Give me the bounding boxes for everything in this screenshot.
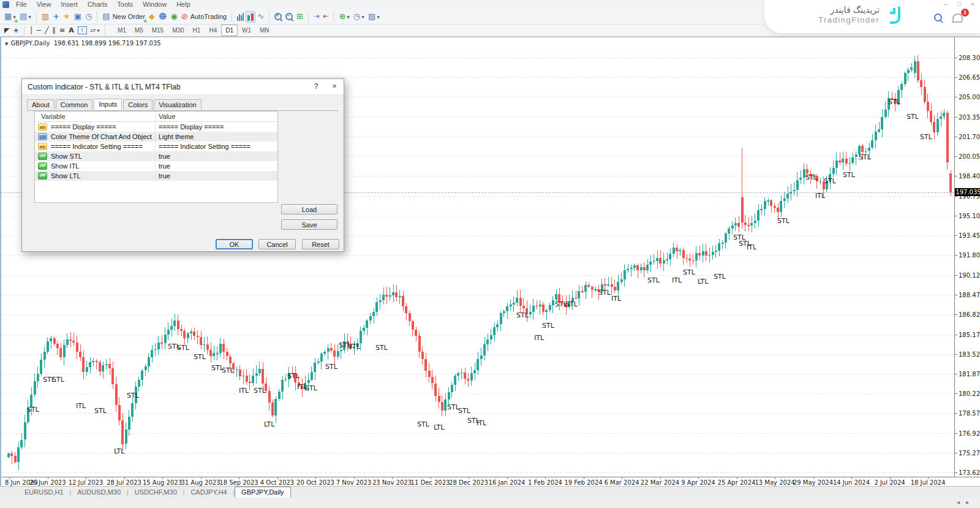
menu-tools[interactable]: Tools bbox=[113, 0, 137, 9]
zoom-out-button[interactable]: − bbox=[284, 11, 295, 23]
candle bbox=[79, 352, 81, 357]
ok-button[interactable]: OK bbox=[216, 239, 253, 249]
candle bbox=[7, 453, 10, 457]
timeframe-M30[interactable]: M30 bbox=[168, 25, 188, 36]
candle bbox=[412, 321, 414, 330]
save-button[interactable]: Save bbox=[281, 219, 337, 230]
tab-scroll-right-icon[interactable]: ▸ bbox=[966, 499, 975, 506]
dialog-close-button[interactable]: × bbox=[325, 79, 344, 94]
dialog-tab-inputs[interactable]: Inputs bbox=[94, 99, 122, 110]
timeframe-M15[interactable]: M15 bbox=[148, 25, 168, 36]
menu-insert[interactable]: Insert bbox=[56, 0, 82, 9]
channel-tool-button[interactable]: ∥ bbox=[51, 25, 58, 36]
experts-button[interactable]: ☻ bbox=[157, 11, 169, 23]
menu-file[interactable]: File bbox=[12, 0, 31, 9]
tab-scroll-arrows[interactable]: ◂▸ bbox=[957, 499, 975, 506]
maximize-button[interactable]: □ bbox=[956, 1, 963, 8]
terminal-button[interactable]: ▣ bbox=[72, 11, 83, 23]
candle bbox=[718, 243, 720, 251]
trendline-tool-button[interactable]: ╱ bbox=[43, 25, 51, 36]
cursor-tool-button[interactable]: ◤ bbox=[2, 25, 11, 36]
param-value[interactable]: true bbox=[156, 171, 277, 181]
timeframe-W1[interactable]: W1 bbox=[238, 25, 255, 36]
new-order-button[interactable]: ▤+New Order bbox=[100, 11, 146, 23]
candle bbox=[385, 295, 388, 297]
candle bbox=[770, 200, 772, 206]
periods-button[interactable]: ◷▼ bbox=[352, 11, 366, 23]
menu-help[interactable]: Help bbox=[172, 0, 195, 9]
param-value[interactable]: ===== Indicator Setting ===== bbox=[156, 142, 277, 151]
candle bbox=[102, 365, 104, 371]
input-row[interactable]: Show LTLtrue bbox=[35, 171, 277, 181]
timeframe-M5[interactable]: M5 bbox=[130, 25, 148, 36]
chart-shift-button[interactable]: ⇤ bbox=[321, 11, 330, 23]
timeframe-D1[interactable]: D1 bbox=[221, 25, 238, 36]
param-value[interactable]: true bbox=[156, 151, 277, 161]
shapes-button[interactable]: ▱▼ bbox=[89, 25, 102, 36]
new-chart-button[interactable]: ▦+▼ bbox=[2, 11, 18, 23]
menu-charts[interactable]: Charts bbox=[83, 0, 111, 9]
market-watch-button[interactable]: ▥ bbox=[40, 11, 51, 23]
bar-chart-button[interactable] bbox=[235, 11, 246, 23]
param-value[interactable]: Light theme bbox=[156, 132, 277, 142]
fibonacci-tool-button[interactable]: ≡ bbox=[58, 25, 67, 36]
line-chart-button[interactable]: ∿ bbox=[255, 11, 266, 23]
chevron-down-icon[interactable]: ▼ bbox=[5, 42, 8, 47]
chart-tab-USDCHFM30[interactable]: USDCHF,M30 bbox=[129, 487, 183, 498]
price-axis[interactable]: 208.300206.650205.000203.350201.700200.0… bbox=[954, 37, 980, 477]
dialog-tab-visualization[interactable]: Visualization bbox=[154, 99, 202, 110]
templates-button[interactable]: ▨▼ bbox=[366, 11, 382, 23]
data-window-button[interactable]: + bbox=[51, 11, 61, 23]
param-value[interactable]: ===== Display ===== bbox=[156, 122, 277, 132]
text-tool-icon: A bbox=[69, 26, 74, 36]
dialog-tab-colors[interactable]: Colors bbox=[123, 99, 153, 110]
input-row[interactable]: 123Color Theme Of Chart And ObjectLight … bbox=[35, 132, 277, 142]
tile-windows-button[interactable]: ⊞ bbox=[295, 11, 305, 23]
crosshair-tool-button[interactable]: + bbox=[11, 25, 20, 36]
community-button[interactable]: ◉ bbox=[168, 11, 179, 23]
search-icon[interactable] bbox=[934, 13, 942, 21]
autotrading-button[interactable]: ⊘AutoTrading bbox=[179, 11, 228, 23]
menu-view[interactable]: View bbox=[32, 0, 56, 9]
input-row[interactable]: ab===== Display ========== Display ===== bbox=[35, 122, 277, 132]
input-row[interactable]: Show STLtrue bbox=[35, 151, 277, 161]
dialog-tab-about[interactable]: About bbox=[27, 99, 55, 110]
input-row[interactable]: Show ITLtrue bbox=[35, 161, 277, 171]
cancel-button[interactable]: Cancel bbox=[258, 239, 296, 249]
label-tool-button[interactable]: T bbox=[76, 25, 89, 36]
dialog-help-button[interactable]: ? bbox=[307, 79, 325, 94]
dialog-tab-common[interactable]: Common bbox=[56, 99, 93, 110]
timeframe-H1[interactable]: H1 bbox=[189, 25, 205, 36]
vertical-line-tool-button[interactable]: │ bbox=[28, 25, 36, 36]
navigator-button[interactable]: ★ bbox=[61, 11, 72, 23]
minimize-button[interactable]: – bbox=[942, 1, 949, 8]
date-tick-label: 18 Sep 2023 bbox=[219, 479, 258, 486]
inputs-table[interactable]: VariableValueab===== Display ========== … bbox=[34, 111, 278, 203]
dialog-title-bar[interactable]: Custom Indicator - STL & ITL & LTL MT4 T… bbox=[22, 79, 344, 95]
strategy-tester-button[interactable]: ◷ bbox=[83, 11, 94, 23]
candlestick-button[interactable] bbox=[246, 11, 255, 23]
metaeditor-button[interactable]: ◆ bbox=[147, 11, 157, 23]
load-button[interactable]: Load bbox=[281, 204, 337, 214]
close-button[interactable]: × bbox=[969, 1, 976, 8]
timeframe-H4[interactable]: H4 bbox=[205, 25, 221, 36]
profiles-button[interactable]: ▤▼ bbox=[18, 11, 33, 23]
timeframe-MN[interactable]: MN bbox=[255, 25, 274, 36]
date-axis[interactable]: 8 Jun 202326 Jun 202312 Jul 202328 Jul 2… bbox=[1, 477, 980, 486]
param-value[interactable]: true bbox=[156, 161, 277, 171]
chart-tab-CADJPYH4[interactable]: CADJPY,H4 bbox=[184, 487, 233, 498]
indicators-button[interactable]: ⊕▼ bbox=[337, 11, 352, 23]
text-tool-button[interactable]: A bbox=[67, 25, 76, 36]
reset-button[interactable]: Reset bbox=[302, 239, 339, 249]
chart-tab-GBPJPYDaily[interactable]: GBPJPY,Daily bbox=[235, 487, 291, 498]
horizontal-line-tool-button[interactable]: ─ bbox=[35, 25, 43, 36]
tab-scroll-left-icon[interactable]: ◂ bbox=[957, 499, 966, 506]
zoom-in-button[interactable]: + bbox=[273, 11, 284, 23]
timeframe-M1[interactable]: M1 bbox=[113, 25, 130, 36]
input-row[interactable]: ab===== Indicator Setting ========== Ind… bbox=[35, 142, 277, 151]
candle bbox=[40, 360, 42, 374]
chart-tab-EURUSDH1[interactable]: EURUSD,H1 bbox=[18, 487, 70, 498]
menu-window[interactable]: Window bbox=[138, 0, 171, 9]
auto-scroll-button[interactable]: ⇥ bbox=[312, 11, 321, 23]
chart-tab-AUDUSDM30[interactable]: AUDUSD,M30 bbox=[71, 487, 127, 498]
